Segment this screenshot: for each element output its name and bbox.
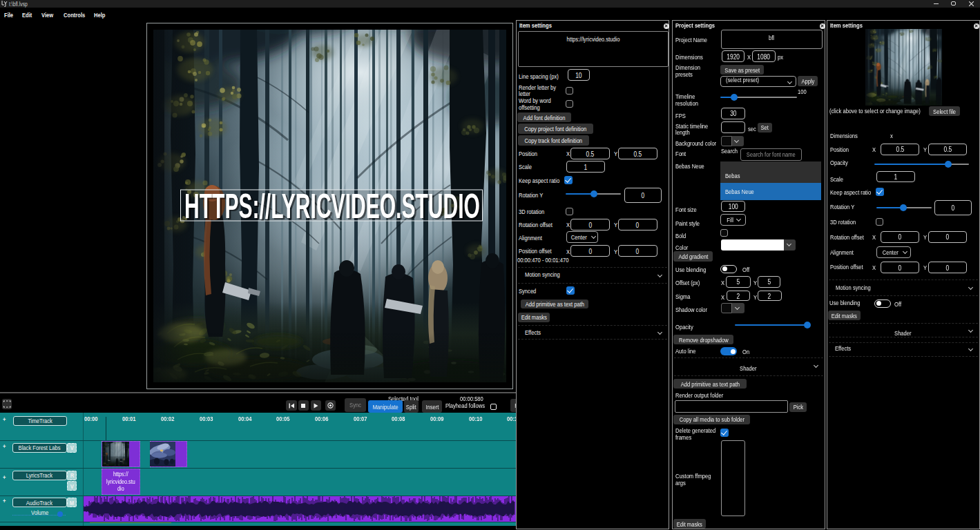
svg-text:HTTPS://LYRICVIDEO.STUDIO: HTTPS://LYRICVIDEO.STUDIO — [184, 186, 480, 226]
